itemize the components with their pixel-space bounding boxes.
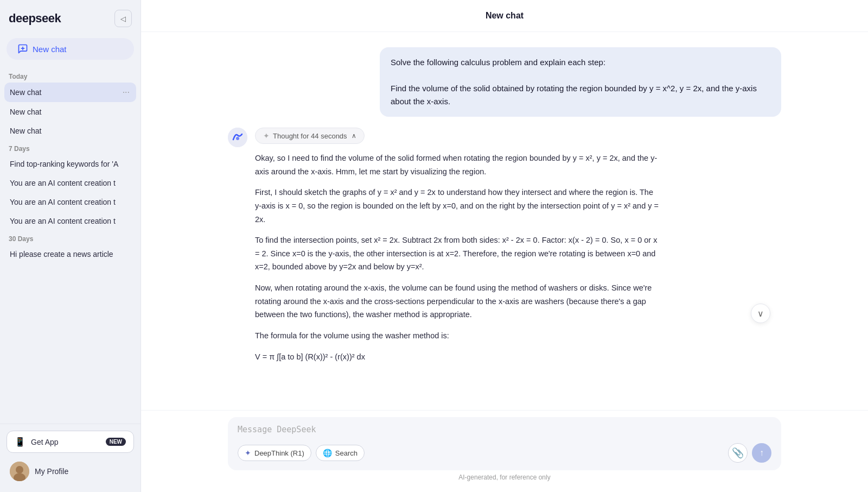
today-section-label: Today [4,68,136,83]
input-actions: ✦ DeepThink (R1) 🌐 Search 📎 ↑ [238,443,771,463]
ai-para-2: First, I should sketch the graphs of y =… [255,186,662,226]
chat-item-label: You are an AI content creation t [10,217,131,225]
new-chat-label: New chat [33,45,67,54]
chevron-up-icon: ∧ [352,132,356,140]
thirty-days-section-label: 30 Days [4,231,136,245]
thought-label: Thought for 44 seconds [273,132,347,140]
ai-para-4: Now, when rotating around the x-axis, th… [255,281,662,321]
input-area: ✦ DeepThink (R1) 🌐 Search 📎 ↑ AI-genera [141,410,868,492]
seven-days-section-label: 7 Days [4,141,136,155]
chat-item-label: Find top-ranking keywords for 'A [10,160,131,168]
deepthink-icon: ✦ [245,449,251,457]
logo: deepseek [9,11,61,26]
message-input-container: ✦ DeepThink (R1) 🌐 Search 📎 ↑ [228,417,781,470]
avatar [10,462,29,481]
chat-item-c7[interactable]: You are an AI content creation t [4,212,136,230]
chevron-down-icon: ∨ [757,308,764,319]
new-badge: NEW [106,438,126,446]
get-app-button[interactable]: 📱 Get App NEW [7,431,134,453]
sidebar-header: deepseek ◁ [0,0,141,34]
ai-message-content: ✦ Thought for 44 seconds ∧ Okay, so I ne… [255,128,662,363]
footer-note: AI-generated, for reference only [228,470,781,481]
chat-item-label: You are an AI content creation t [10,179,131,187]
chat-item-c8[interactable]: Hi please create a news article [4,245,136,263]
ai-para-3: To find the intersection points, set x² … [255,234,662,274]
sidebar-nav: Today New chat ··· New chat New chat 7 D… [0,68,141,424]
chat-item-c2[interactable]: New chat [4,103,136,121]
new-chat-button[interactable]: New chat [7,38,134,60]
sidebar-footer: 📱 Get App NEW My Profile [0,424,141,492]
profile-button[interactable]: My Profile [7,457,134,485]
attach-icon: 📎 [732,447,744,459]
collapse-sidebar-button[interactable]: ◁ [114,10,132,27]
new-chat-icon [17,43,28,54]
attach-button[interactable]: 📎 [728,443,748,463]
chat-item-c1[interactable]: New chat ··· [4,83,136,102]
message-input[interactable] [238,425,771,438]
deepthink-button[interactable]: ✦ DeepThink (R1) [238,445,311,461]
chat-item-c5[interactable]: You are an AI content creation t [4,174,136,192]
chat-item-label: New chat [10,127,131,135]
svg-point-3 [16,466,23,474]
get-app-label: Get App [31,438,59,446]
ai-para-6: V = π ∫[a to b] (R(x))² - (r(x))² dx [255,350,662,364]
phone-icon: 📱 [15,437,25,447]
avatar-image [10,462,29,481]
chat-item-c3[interactable]: New chat [4,122,136,140]
sidebar: deepseek ◁ New chat Today New chat ··· N… [0,0,141,492]
user-message: Solve the following calculus problem and… [380,47,781,117]
chat-item-label: Hi please create a news article [10,250,131,258]
ai-message-wrapper: ✦ Thought for 44 seconds ∧ Okay, so I ne… [228,128,662,363]
deepseek-avatar-icon [228,128,247,147]
input-right-actions: 📎 ↑ [728,443,771,463]
chat-area[interactable]: Solve the following calculus problem and… [141,32,868,410]
send-button[interactable]: ↑ [752,443,771,463]
thought-icon: ✦ [263,131,270,140]
ai-text: Okay, so I need to find the volume of th… [255,152,662,363]
main-header: New chat [141,0,868,32]
chat-item-c4[interactable]: Find top-ranking keywords for 'A [4,155,136,173]
user-message-line1: Solve the following calculus problem and… [391,58,605,67]
chat-item-menu-c1[interactable]: ··· [122,87,131,97]
chat-item-c6[interactable]: You are an AI content creation t [4,193,136,211]
ai-avatar [228,128,247,147]
collapse-icon: ◁ [120,15,126,23]
chat-item-label: New chat [10,88,122,97]
deepthink-label: DeepThink (R1) [254,449,304,457]
globe-icon: 🌐 [323,449,332,457]
chat-title: New chat [486,11,524,20]
profile-label: My Profile [35,467,68,476]
search-label: Search [335,449,358,457]
search-button[interactable]: 🌐 Search [316,445,365,461]
user-message-line2: Find the volume of the solid obtained by… [391,84,757,106]
svg-point-6 [236,137,239,140]
ai-para-5: The formula for the volume using the was… [255,329,662,343]
chat-item-label: You are an AI content creation t [10,198,131,206]
main-content: New chat Solve the following calculus pr… [141,0,868,492]
ai-para-1: Okay, so I need to find the volume of th… [255,152,662,178]
send-icon: ↑ [760,448,764,458]
chat-item-label: New chat [10,108,131,116]
scroll-down-button[interactable]: ∨ [751,304,770,323]
thought-toggle-button[interactable]: ✦ Thought for 44 seconds ∧ [255,128,365,144]
